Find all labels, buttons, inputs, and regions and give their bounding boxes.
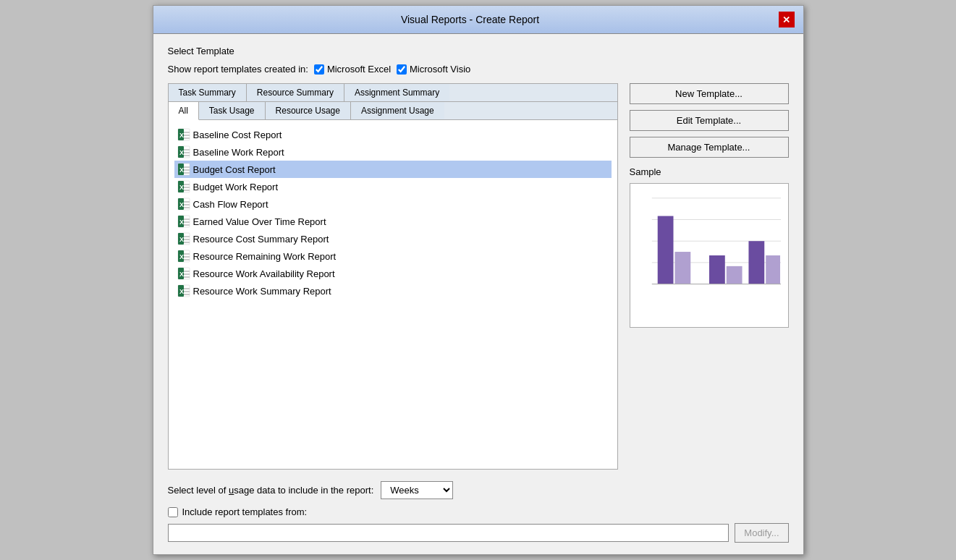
svg-rect-53 — [184, 276, 190, 278]
dialog-body: Select Template Show report templates cr… — [153, 34, 803, 554]
report-item[interactable]: X Budget Work Report — [174, 178, 612, 195]
sample-label: Sample — [630, 166, 789, 177]
visio-checkbox-label[interactable]: Microsoft Visio — [397, 64, 470, 75]
report-list: X Baseline Cost Report X Baseline Work R… — [169, 120, 617, 469]
visio-checkbox[interactable] — [397, 64, 407, 75]
svg-rect-34 — [184, 221, 190, 223]
bottom-section: Select level of usage data to include in… — [168, 481, 789, 543]
excel-icon: X — [177, 250, 190, 263]
modify-button[interactable]: Modify... — [735, 523, 788, 543]
report-item-label: Baseline Cost Report — [193, 130, 282, 140]
visio-label: Microsoft Visio — [410, 64, 470, 75]
svg-text:X: X — [179, 271, 184, 278]
svg-rect-4 — [184, 135, 190, 136]
report-item[interactable]: X Resource Work Summary Report — [174, 282, 612, 300]
edit-template-button[interactable]: Edit Template... — [630, 110, 789, 131]
tabs-container: Task Summary Resource Summary Assignment… — [168, 83, 618, 470]
svg-rect-70 — [748, 241, 764, 284]
svg-rect-16 — [184, 169, 190, 171]
svg-rect-45 — [184, 253, 190, 255]
tab-resource-usage[interactable]: Resource Usage — [266, 102, 351, 119]
path-input[interactable] — [168, 524, 729, 542]
show-templates-row: Show report templates created in: Micros… — [168, 64, 789, 75]
report-item[interactable]: X Cash Flow Report — [174, 195, 612, 213]
include-label: Include report templates from: — [182, 506, 308, 517]
svg-rect-35 — [184, 224, 190, 226]
usage-select[interactable]: Weeks Days Months — [381, 481, 453, 499]
report-item-label: Cash Flow Report — [193, 199, 268, 210]
svg-rect-9 — [184, 149, 190, 150]
svg-rect-71 — [766, 255, 780, 284]
report-item-label: Resource Remaining Work Report — [193, 251, 337, 262]
report-item[interactable]: X Resource Work Availability Report — [174, 265, 612, 282]
manage-template-button[interactable]: Manage Template... — [630, 137, 789, 158]
svg-text:X: X — [179, 253, 184, 260]
report-item[interactable]: X Baseline Cost Report — [174, 126, 612, 143]
svg-rect-10 — [184, 152, 190, 153]
bottom-tab-row: All Task Usage Resource Usage Assignment… — [169, 102, 617, 120]
report-item-label: Earned Value Over Time Report — [193, 216, 326, 227]
svg-text:X: X — [179, 166, 184, 174]
svg-text:X: X — [179, 132, 184, 139]
tab-assignment-usage[interactable]: Assignment Usage — [351, 102, 444, 119]
close-button[interactable]: ✕ — [779, 12, 795, 27]
title-bar: Visual Reports - Create Report ✕ — [153, 6, 803, 34]
path-row: Modify... — [168, 523, 789, 543]
svg-rect-17 — [184, 172, 190, 174]
excel-icon: X — [177, 145, 190, 158]
svg-rect-39 — [184, 236, 190, 237]
tab-task-summary[interactable]: Task Summary — [169, 84, 247, 101]
report-item-label: Budget Cost Report — [193, 164, 276, 175]
report-item-label: Budget Work Report — [193, 182, 279, 192]
report-item[interactable]: X Resource Cost Summary Report — [174, 230, 612, 247]
right-panel: New Template... Edit Template... Manage … — [630, 83, 789, 470]
svg-rect-5 — [184, 137, 190, 139]
include-checkbox[interactable] — [168, 507, 178, 517]
svg-rect-52 — [184, 273, 190, 275]
svg-text:X: X — [179, 219, 184, 226]
report-item[interactable]: X Resource Remaining Work Report — [174, 247, 612, 265]
select-template-label: Select Template — [168, 46, 789, 56]
svg-rect-33 — [184, 219, 190, 220]
report-item-label: Resource Work Summary Report — [193, 286, 331, 297]
report-item[interactable]: X Baseline Work Report — [174, 143, 612, 161]
report-item[interactable]: X Earned Value Over Time Report — [174, 213, 612, 230]
top-tab-row: Task Summary Resource Summary Assignment… — [169, 84, 617, 102]
svg-rect-66 — [657, 216, 673, 284]
excel-icon: X — [177, 215, 190, 228]
svg-rect-22 — [184, 187, 190, 188]
svg-rect-23 — [184, 190, 190, 191]
svg-rect-27 — [184, 201, 190, 203]
tab-resource-summary[interactable]: Resource Summary — [247, 84, 344, 101]
excel-checkbox-label[interactable]: Microsoft Excel — [314, 64, 391, 75]
svg-rect-51 — [184, 271, 190, 272]
main-content: Task Summary Resource Summary Assignment… — [168, 83, 789, 470]
excel-checkbox[interactable] — [314, 64, 324, 75]
svg-text:X: X — [179, 184, 184, 191]
new-template-button[interactable]: New Template... — [630, 83, 789, 104]
report-item[interactable]: X Budget Cost Report — [174, 161, 612, 178]
left-panel: Task Summary Resource Summary Assignment… — [168, 83, 618, 470]
tab-all[interactable]: All — [169, 102, 199, 120]
svg-rect-57 — [184, 288, 190, 289]
svg-rect-47 — [184, 259, 190, 260]
svg-rect-68 — [709, 255, 725, 284]
excel-icon: X — [177, 128, 190, 141]
report-item-label: Baseline Work Report — [193, 147, 284, 158]
svg-rect-67 — [674, 252, 690, 284]
show-templates-prefix: Show report templates created in: — [168, 64, 308, 75]
excel-icon: X — [177, 284, 190, 297]
include-row: Include report templates from: — [168, 506, 789, 517]
svg-text:X: X — [179, 149, 184, 156]
svg-rect-41 — [184, 242, 190, 243]
excel-icon: X — [177, 267, 190, 280]
tab-task-usage[interactable]: Task Usage — [199, 102, 266, 119]
svg-rect-15 — [184, 166, 190, 168]
usage-label: Select level of usage data to include in… — [168, 485, 374, 496]
dialog-window: Visual Reports - Create Report ✕ Select … — [153, 5, 804, 555]
excel-icon: X — [177, 198, 190, 211]
tab-assignment-summary[interactable]: Assignment Summary — [344, 84, 449, 101]
excel-icon: X — [177, 232, 190, 245]
svg-rect-46 — [184, 256, 190, 258]
svg-rect-59 — [184, 294, 190, 295]
